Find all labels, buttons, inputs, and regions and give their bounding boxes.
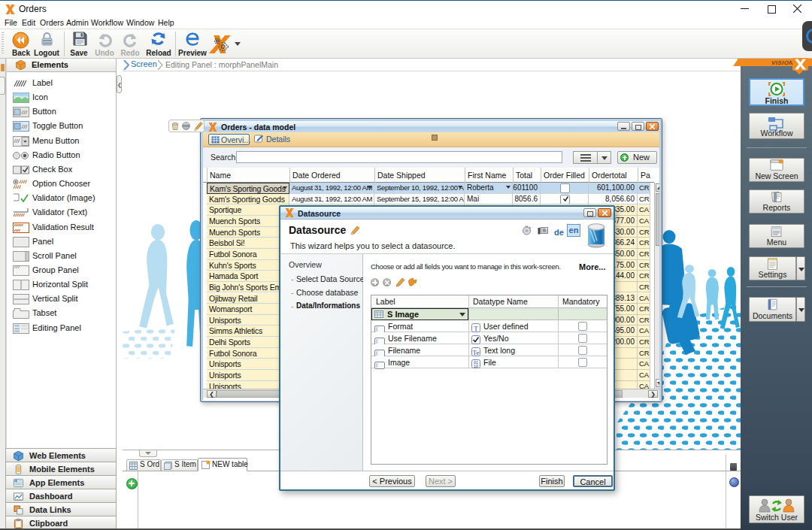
- svg-text:T: T: [474, 325, 478, 332]
- svg-text:10: 10: [474, 365, 478, 369]
- svg-text:Te: Te: [473, 349, 480, 356]
